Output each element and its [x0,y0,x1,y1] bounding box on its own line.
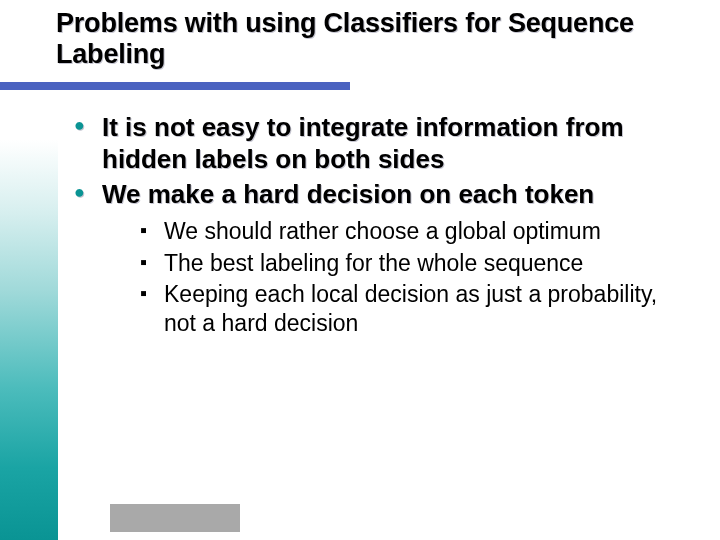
slide-body: It is not easy to integrate information … [74,112,684,343]
slide-title: Problems with using Classifiers for Sequ… [56,8,686,70]
title-rule-dark [0,82,350,90]
sub-bullet-text: The best labeling for the whole sequence [164,250,583,276]
sub-bullet-item: We should rather choose a global optimum [140,217,684,246]
sub-bullet-text: Keeping each local decision as just a pr… [164,281,657,336]
sub-bullet-item: The best labeling for the whole sequence [140,249,684,278]
bullet-list: It is not easy to integrate information … [74,112,684,339]
left-gradient-strip [0,140,58,540]
sub-bullet-text: We should rather choose a global optimum [164,218,601,244]
bullet-item: It is not easy to integrate information … [74,112,684,175]
slide: Problems with using Classifiers for Sequ… [0,0,720,540]
bullet-text: It is not easy to integrate information … [102,112,624,174]
bullet-item: We make a hard decision on each token We… [74,179,684,338]
sub-bullet-list: We should rather choose a global optimum… [102,217,684,339]
bullet-text: We make a hard decision on each token [102,179,594,209]
footer-grey-band [110,504,240,532]
sub-bullet-item: Keeping each local decision as just a pr… [140,280,684,339]
